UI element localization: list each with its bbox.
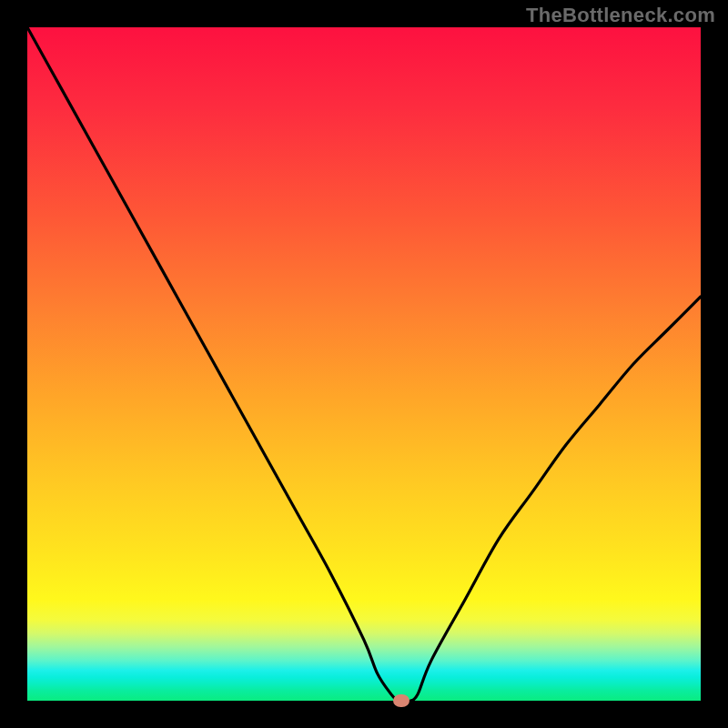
optimum-marker-icon [393,694,410,707]
bottleneck-curve [27,27,701,701]
plot-area [27,27,701,701]
chart-frame: TheBottleneck.com [0,0,728,728]
watermark-text: TheBottleneck.com [526,4,715,27]
